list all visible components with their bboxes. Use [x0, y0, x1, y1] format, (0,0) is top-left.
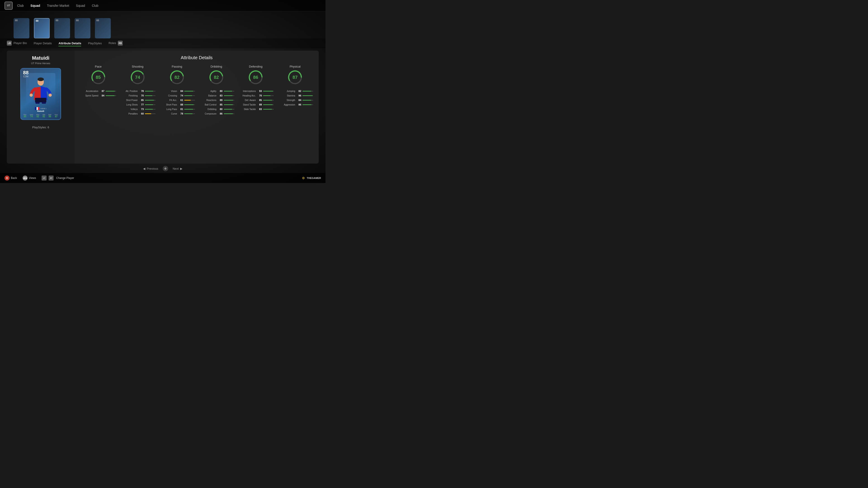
attr-value: 60: [139, 112, 144, 115]
attr-bar-bg: [184, 100, 195, 101]
attr-bar-bg: [263, 104, 274, 105]
attr-value: 78: [139, 90, 144, 92]
attr-row-fk-acc-: FK Acc. 61: [159, 99, 195, 101]
attr-value: 78: [178, 112, 183, 115]
attr-row-shot-power: Shot Power 85: [120, 99, 156, 101]
attr-row-long-pass: Long Pass 81: [159, 108, 195, 110]
attr-name-label: Finishing: [120, 94, 138, 97]
attr-bar-fill: [184, 104, 194, 105]
attr-bar-bg: [184, 95, 195, 96]
attr-name-label: Interceptions: [238, 90, 256, 92]
nav-squad2[interactable]: Squad: [76, 4, 85, 7]
next-button[interactable]: Next ▶: [173, 166, 182, 171]
stat-category-shooting: Shooting 74 Att. Position 78: [120, 65, 156, 117]
nav-transfer-market[interactable]: Transfer Market: [47, 4, 69, 7]
attr-list-physical: Jumping 82 Stamina 96 Stre: [277, 90, 313, 108]
carousel-card-2[interactable]: 88: [54, 18, 70, 38]
svg-point-1: [37, 77, 44, 81]
gauge-dribbling: 82: [209, 69, 224, 85]
attr-bar-bg: [145, 109, 156, 109]
tab-playstyles[interactable]: PlayStyles: [88, 41, 102, 46]
attr-name-label: Long Shots: [120, 103, 138, 106]
rb-badge: RB: [118, 41, 123, 46]
attr-value: 77: [139, 103, 144, 106]
attr-value: 61: [178, 99, 183, 101]
previous-button[interactable]: ◀ Previous: [143, 166, 158, 171]
stat-category-dribbling: Dribbling 82 Agility 80: [198, 65, 235, 117]
tab-player-bio[interactable]: LB Player Bio: [7, 40, 27, 47]
nav-center-icon[interactable]: ⚙: [163, 166, 168, 171]
attr-row-balance: Balance 83: [198, 94, 235, 97]
attr-bar-fill: [263, 100, 272, 101]
carousel-card-1[interactable]: 88: [13, 18, 29, 38]
attr-name-label: Jumping: [277, 90, 295, 92]
nav-club2[interactable]: Club: [92, 4, 98, 7]
gauge-shooting: 74: [130, 69, 146, 85]
attr-name-label: Ball Control: [198, 103, 217, 106]
category-name-shooting: Shooting: [132, 65, 143, 68]
back-label: Back: [11, 176, 17, 180]
attr-name-label: Def. Aware: [238, 99, 256, 101]
attr-bar-fill: [263, 109, 272, 109]
category-name-physical: Physical: [289, 65, 301, 68]
attr-name-label: Short Pass: [159, 103, 177, 106]
svg-point-3: [30, 94, 33, 97]
attr-bar-bg: [184, 109, 195, 109]
nav-squad[interactable]: Squad: [31, 4, 40, 7]
back-button[interactable]: B Back: [4, 175, 17, 181]
attr-value: 89: [257, 103, 262, 106]
tab-player-details[interactable]: Player Details: [34, 41, 52, 46]
next-icon: ▶: [180, 167, 182, 170]
attr-list-pace: Acceleration 87 Sprint Speed 84: [80, 90, 116, 99]
attr-name-label: Aggression: [277, 103, 295, 106]
attr-value: 89: [218, 99, 223, 101]
attr-bar-fill: [303, 104, 312, 105]
change-player-button[interactable]: LT RT Change Player: [41, 175, 74, 181]
views-button[interactable]: ◀R▶ Views: [23, 175, 36, 181]
attr-name-label: Acceleration: [80, 90, 98, 92]
attr-bar-bg: [224, 95, 235, 96]
attr-row-strength: Strength 84: [277, 99, 313, 101]
attr-value: 84: [296, 99, 301, 101]
attr-bar-fill: [184, 95, 192, 96]
carousel-card-active[interactable]: 88: [34, 18, 50, 38]
attr-list-shooting: Att. Position 78 Finishing 70: [120, 90, 156, 117]
attr-row-composure: Composure 86: [198, 112, 235, 115]
attr-name-label: Strength: [277, 99, 295, 101]
attr-bar-bg: [145, 104, 156, 105]
attr-bar-bg: [263, 95, 274, 96]
category-header-physical: Physical 87: [287, 65, 303, 86]
attr-bar-bg: [145, 100, 156, 101]
svg-rect-5: [35, 102, 39, 104]
attr-bar-fill: [224, 100, 233, 101]
attr-bar-bg: [145, 91, 156, 92]
stat-category-passing: Passing 82 Vision 84: [159, 65, 195, 117]
attr-name-label: Stamina: [277, 94, 295, 97]
main-content: Matuidi UT Prime Heroes 88 CDM: [7, 51, 319, 164]
tab-attribute-details[interactable]: Attribute Details: [59, 41, 81, 46]
carousel-card-4[interactable]: 88: [95, 18, 111, 38]
attr-row-def--aware: Def. Aware 85: [238, 99, 274, 101]
attr-bar-fill: [263, 104, 273, 105]
gauge-value-physical: 87: [292, 75, 298, 80]
attributes-title: Attribute Details: [80, 55, 313, 60]
attr-value: 80: [218, 108, 223, 110]
attr-row-stand-tackle: Stand Tackle 89: [238, 103, 274, 106]
player-name: Matuidi: [32, 55, 50, 61]
gauge-pace: 85: [90, 69, 106, 85]
nav-club[interactable]: Club: [17, 4, 24, 7]
attr-bar-bg: [303, 100, 313, 101]
attr-row-reactions: Reactions 89: [198, 99, 235, 101]
attr-value: 85: [257, 99, 262, 101]
tabs-row: LB Player Bio Player Details Attribute D…: [0, 38, 326, 48]
carousel-card-3[interactable]: 88: [74, 18, 90, 38]
category-header-pace: Pace 85: [90, 65, 106, 86]
navigation-buttons: ◀ Previous ⚙ Next ▶: [0, 166, 326, 171]
attr-name-label: Sprint Speed: [80, 94, 98, 97]
card-rating-1: 88: [15, 19, 18, 22]
tab-roles[interactable]: Roles RB: [108, 40, 124, 47]
attr-row-interceptions: Interceptions 93: [238, 90, 274, 92]
attr-row-finishing: Finishing 70: [120, 94, 156, 97]
attr-value: 86: [296, 103, 301, 106]
attr-value: 70: [139, 94, 144, 97]
